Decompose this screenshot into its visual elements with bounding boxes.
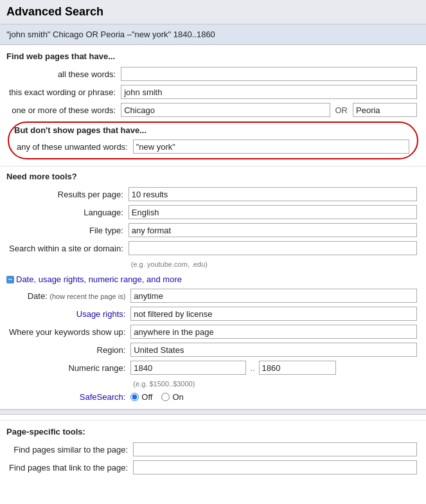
site-hint-row: (e.g. youtube.com, .edu) bbox=[6, 257, 420, 271]
exact-phrase-row: this exact wording or phrase: bbox=[6, 83, 420, 101]
query-text: "john smith" Chicago OR Peoria –"new yor… bbox=[6, 30, 215, 39]
usage-rights-row: Usage rights: bbox=[6, 305, 420, 323]
all-words-input[interactable] bbox=[121, 67, 417, 81]
numeric-hint-row: (e.g. $1500..$3000) bbox=[6, 377, 420, 390]
numeric-to-input[interactable] bbox=[259, 361, 336, 375]
find-section-header: Find web pages that have... bbox=[6, 51, 420, 61]
numeric-hint-text: (e.g. $1500..$3000) bbox=[130, 380, 195, 388]
more-tools-label: Date, usage rights, numeric range, and m… bbox=[16, 274, 182, 284]
numeric-hint-spacer bbox=[6, 377, 128, 390]
extended-form-table: Date: (how recent the page is) Usage rig… bbox=[6, 287, 420, 404]
keywords-show-label: Where your keywords show up: bbox=[6, 323, 128, 341]
site-hint-text: (e.g. youtube.com, .edu) bbox=[129, 260, 208, 268]
date-row: Date: (how recent the page is) bbox=[6, 287, 420, 305]
numeric-from-input[interactable] bbox=[130, 361, 246, 375]
or-separator: OR bbox=[333, 105, 351, 115]
numeric-dots: .. bbox=[250, 363, 254, 373]
safesearch-off-radio[interactable] bbox=[130, 393, 139, 401]
similar-pages-cell bbox=[130, 440, 420, 458]
numeric-row: .. bbox=[130, 361, 417, 375]
one-or-more-cell: OR bbox=[118, 101, 420, 119]
numeric-hint-cell: (e.g. $1500..$3000) bbox=[128, 377, 420, 390]
similar-pages-row: Find pages similar to the page: bbox=[6, 440, 420, 458]
more-tools-link[interactable]: − Date, usage rights, numeric range, and… bbox=[6, 274, 182, 284]
date-label: Date: (how recent the page is) bbox=[6, 287, 128, 305]
find-form-table: all these words: this exact wording or p… bbox=[6, 65, 420, 119]
numeric-range-cell: .. bbox=[128, 359, 420, 377]
link-pages-row: Find pages that link to the page: bbox=[6, 458, 420, 476]
numeric-range-row: Numeric range: .. bbox=[6, 359, 420, 377]
file-type-cell bbox=[126, 221, 420, 239]
minus-icon: − bbox=[6, 276, 14, 284]
keywords-show-cell bbox=[128, 323, 420, 341]
exact-phrase-cell bbox=[118, 83, 420, 101]
page-specific-header: Page-specific tools: bbox=[6, 427, 420, 437]
usage-rights-link[interactable]: Usage rights: bbox=[76, 309, 126, 319]
tools-section: Need more tools? Results per page: Langu… bbox=[0, 166, 426, 410]
region-input[interactable] bbox=[130, 343, 417, 357]
results-per-page-input[interactable] bbox=[129, 187, 417, 201]
site-domain-input[interactable] bbox=[129, 241, 417, 255]
file-type-label: File type: bbox=[6, 221, 126, 239]
link-pages-input[interactable] bbox=[133, 460, 417, 474]
one-or-more-row: one or more of these words: OR bbox=[6, 101, 420, 119]
page-title: Advanced Search bbox=[6, 5, 420, 19]
separator bbox=[0, 410, 426, 415]
exact-phrase-label: this exact wording or phrase: bbox=[6, 83, 118, 101]
site-domain-label: Search within a site or domain: bbox=[6, 239, 126, 257]
site-hint-cell: (e.g. youtube.com, .edu) bbox=[126, 257, 420, 271]
unwanted-words-row: any of these unwanted words: bbox=[14, 138, 412, 156]
safesearch-on-label: On bbox=[172, 392, 183, 402]
date-cell bbox=[128, 287, 420, 305]
date-input[interactable] bbox=[130, 289, 417, 303]
tools-section-header: Need more tools? bbox=[6, 172, 420, 181]
unwanted-words-input[interactable] bbox=[133, 140, 409, 154]
usage-rights-input[interactable] bbox=[130, 307, 417, 321]
page-specific-table: Find pages similar to the page: Find pag… bbox=[6, 440, 420, 476]
one-or-more-input[interactable] bbox=[121, 103, 330, 117]
all-words-row: all these words: bbox=[6, 65, 420, 83]
all-words-label: all these words: bbox=[6, 65, 118, 83]
safesearch-on-radio[interactable] bbox=[161, 393, 170, 401]
keywords-show-input[interactable] bbox=[130, 325, 417, 339]
numeric-range-label: Numeric range: bbox=[6, 359, 128, 377]
exact-phrase-input[interactable] bbox=[121, 85, 417, 99]
file-type-input[interactable] bbox=[129, 223, 417, 237]
one-or-more-label: one or more of these words: bbox=[6, 101, 118, 119]
safesearch-link[interactable]: SafeSearch: bbox=[80, 392, 126, 402]
keywords-show-row: Where your keywords show up: bbox=[6, 323, 420, 341]
language-input[interactable] bbox=[129, 205, 417, 219]
language-row: Language: bbox=[6, 203, 420, 221]
page-title-bar: Advanced Search bbox=[0, 0, 426, 24]
results-per-page-cell bbox=[126, 185, 420, 203]
dont-show-header: But don't show pages that have... bbox=[14, 125, 412, 135]
safesearch-off-option[interactable]: Off bbox=[130, 392, 152, 402]
results-per-page-label: Results per page: bbox=[6, 185, 126, 203]
one-or-more-second-input[interactable] bbox=[353, 103, 417, 117]
safesearch-off-label: Off bbox=[141, 392, 152, 402]
safesearch-row: SafeSearch: Off On bbox=[6, 390, 420, 404]
link-pages-label: Find pages that link to the page: bbox=[6, 458, 130, 476]
site-domain-cell bbox=[126, 239, 420, 257]
tools-form-table: Results per page: Language: File type: S… bbox=[6, 185, 420, 271]
link-pages-cell bbox=[130, 458, 420, 476]
safesearch-on-option[interactable]: On bbox=[161, 392, 183, 402]
site-hint-spacer bbox=[6, 257, 126, 271]
usage-rights-cell bbox=[128, 305, 420, 323]
similar-pages-label: Find pages similar to the page: bbox=[6, 440, 130, 458]
page-specific-section: Page-specific tools: Find pages similar … bbox=[0, 420, 426, 482]
language-cell bbox=[126, 203, 420, 221]
region-cell bbox=[128, 341, 420, 359]
query-bar: "john smith" Chicago OR Peoria –"new yor… bbox=[0, 24, 426, 45]
dont-show-table: any of these unwanted words: bbox=[14, 138, 412, 156]
dont-show-section: But don't show pages that have... any of… bbox=[8, 122, 418, 159]
language-label: Language: bbox=[6, 203, 126, 221]
find-section: Find web pages that have... all these wo… bbox=[0, 45, 426, 166]
safesearch-cell: Off On bbox=[128, 390, 420, 404]
results-per-page-row: Results per page: bbox=[6, 185, 420, 203]
unwanted-words-label: any of these unwanted words: bbox=[14, 138, 130, 156]
region-label: Region: bbox=[6, 341, 128, 359]
similar-pages-input[interactable] bbox=[133, 442, 417, 456]
region-row: Region: bbox=[6, 341, 420, 359]
site-domain-row: Search within a site or domain: bbox=[6, 239, 420, 257]
